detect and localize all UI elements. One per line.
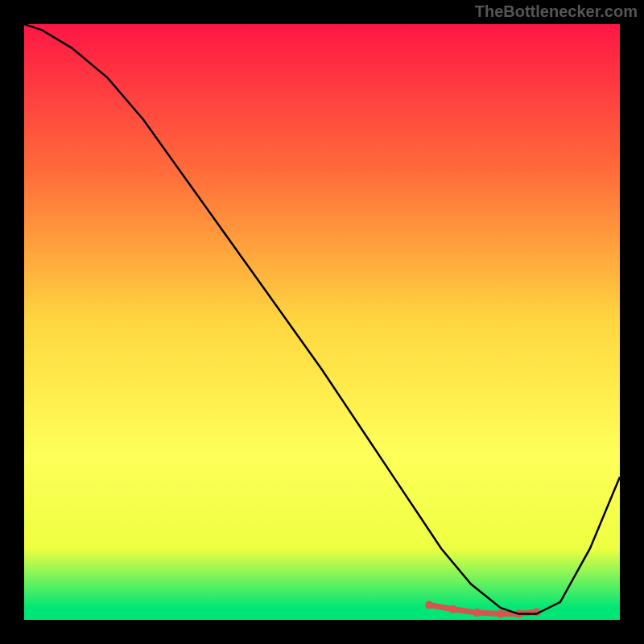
watermark-text: TheBottlenecker.com [475, 2, 638, 21]
svg-point-1 [449, 605, 457, 613]
svg-point-0 [425, 601, 433, 609]
svg-point-3 [497, 610, 505, 618]
chart-svg [24, 24, 620, 620]
svg-point-2 [473, 609, 481, 617]
gradient-background [24, 24, 620, 620]
chart-plot-area [24, 24, 620, 620]
